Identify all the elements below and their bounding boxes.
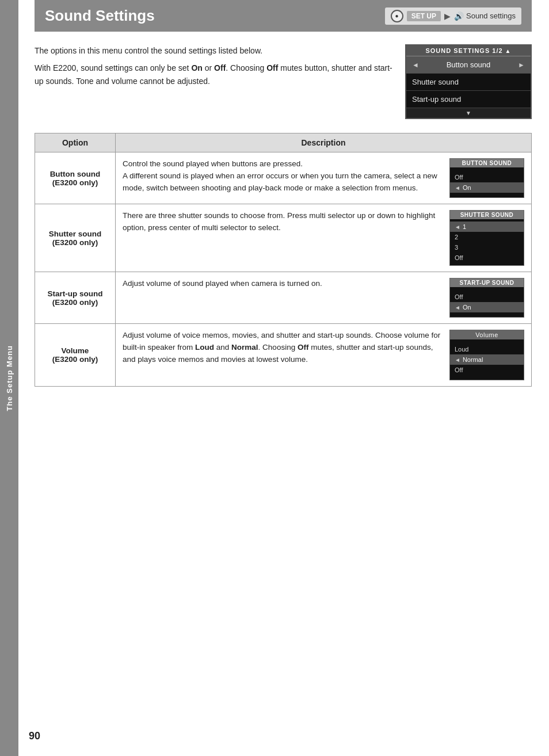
desc-p1: Adjust volume of sound played when camer… <box>123 278 441 290</box>
bold-loud: Loud <box>195 343 214 352</box>
desc-shutter-sound: There are three shutter sounds to choose… <box>116 204 532 272</box>
mini-menu-button-sound: BUTTON SOUND Off ◄ On <box>449 158 524 198</box>
page-number: 90 <box>29 730 40 742</box>
desc-p1: Adjust volume of voice memos, movies, an… <box>123 330 441 366</box>
sidebar-tab: The Setup Menu <box>0 0 18 756</box>
camera-menu-title-text: SOUND SETTINGS 1/2 <box>425 47 502 54</box>
mini-menu-arrow: ◄ <box>455 304 460 311</box>
item-label: Off <box>455 254 463 261</box>
menu-up-arrow: ▲ <box>505 48 512 54</box>
intro-section: The options in this menu control the sou… <box>35 44 532 119</box>
camera-menu-item-shutter-sound[interactable]: Shutter sound <box>406 74 531 91</box>
option-label: Shutter sound(E3200 only) <box>49 230 102 247</box>
table-row: Start-up sound(E3200 only) Adjust volume… <box>35 272 532 324</box>
mini-menu-volume-title: Volume <box>450 330 524 339</box>
item-label: Off <box>455 366 463 373</box>
intro-paragraph1: The options in this menu control the sou… <box>35 44 394 57</box>
intro-p2-choosing: . Choosing <box>226 63 266 72</box>
option-volume: Volume(E3200 only) <box>35 324 116 387</box>
menu-item-label: Start-up sound <box>412 95 461 104</box>
options-table: Option Description Button sound(E3200 on… <box>35 133 532 387</box>
option-label: Button sound(E3200 only) <box>50 170 101 187</box>
page-header: Sound Settings ● SET UP ▶ 🔊 Sound settin… <box>35 0 532 32</box>
desc-button-sound: Control the sound played when buttons ar… <box>116 152 532 204</box>
item-label: Off <box>455 293 463 300</box>
desc-text: Adjust volume of voice memos, movies, an… <box>123 330 441 380</box>
intro-p2-start: With E2200, sound settings can only be s… <box>35 63 191 72</box>
camera-menu: SOUND SETTINGS 1/2 ▲ ◄ Button sound ► Sh… <box>405 44 532 119</box>
mini-menu-item: Loud <box>450 344 524 354</box>
camera-menu-title: SOUND SETTINGS 1/2 ▲ <box>406 45 531 56</box>
desc-text: Control the sound played when buttons ar… <box>123 158 441 198</box>
sidebar-label: The Setup Menu <box>5 345 14 411</box>
menu-item-label: Shutter sound <box>412 78 459 86</box>
desc-text: Adjust volume of sound played when camer… <box>123 278 441 318</box>
mini-menu-arrow: ◄ <box>455 357 460 363</box>
item-label: 2 <box>455 234 458 240</box>
breadcrumb-setup: SET UP <box>407 11 441 21</box>
desc-startup-sound: Adjust volume of sound played when camer… <box>116 272 532 324</box>
option-label: Volume(E3200 only) <box>52 346 98 364</box>
mini-menu-item: Off <box>450 172 524 182</box>
mini-menu-item: 3 <box>450 242 524 253</box>
item-label: 3 <box>455 244 458 251</box>
breadcrumb-sound: 🔊 Sound settings <box>454 12 516 21</box>
intro-text: The options in this menu control the sou… <box>35 44 394 119</box>
camera-icon: ● <box>391 10 403 22</box>
intro-p2-off: Off <box>214 63 226 72</box>
desc-p2: A different sound is played when an erro… <box>123 170 441 194</box>
arrow-left-icon: ◄ <box>412 61 419 69</box>
table-row: Button sound(E3200 only) Control the sou… <box>35 152 532 204</box>
item-label: Loud <box>455 346 468 353</box>
mini-menu-title: BUTTON SOUND <box>450 159 524 167</box>
option-shutter-sound: Shutter sound(E3200 only) <box>35 204 116 272</box>
desc-text: There are three shutter sounds to choose… <box>123 210 441 266</box>
mini-menu-item: Off <box>450 365 524 375</box>
mini-menu-shutter-sound: SHUTTER SOUND ◄ 1 2 3 <box>449 210 524 266</box>
arrow-right-icon: ► <box>518 61 525 69</box>
desc-p1: Control the sound played when buttons ar… <box>123 158 441 170</box>
item-label: On <box>463 184 471 191</box>
bold-normal: Normal <box>231 343 258 352</box>
intro-p2-or: or <box>203 63 214 72</box>
bold-off: Off <box>298 343 309 352</box>
mini-menu-startup-sound: START-UP SOUND Off ◄ On <box>449 278 524 318</box>
intro-paragraph2: With E2200, sound settings can only be s… <box>35 62 394 87</box>
option-button-sound: Button sound(E3200 only) <box>35 152 116 204</box>
item-label: On <box>463 304 471 311</box>
mini-menu-arrow: ◄ <box>455 185 460 191</box>
page-title: Sound Settings <box>45 7 155 25</box>
item-label: Normal <box>463 356 483 363</box>
desc-volume: Adjust volume of voice memos, movies, an… <box>116 324 532 387</box>
intro-p2-on: On <box>191 63 202 72</box>
table-row: Shutter sound(E3200 only) There are thre… <box>35 204 532 272</box>
mini-menu-volume: Volume Loud ◄ Normal Off <box>449 330 524 380</box>
mini-menu-item-selected: ◄ On <box>450 302 524 312</box>
mini-menu-title: SHUTTER SOUND <box>450 211 524 219</box>
breadcrumb-arrow: ▶ <box>444 12 451 21</box>
option-label: Start-up sound(E3200 only) <box>48 289 103 307</box>
col-option: Option <box>35 133 116 152</box>
camera-menu-item-startup-sound[interactable]: Start-up sound <box>406 91 531 108</box>
mini-menu-arrow: ◄ <box>455 224 460 230</box>
col-description: Description <box>116 133 532 152</box>
item-label: Off <box>455 174 463 181</box>
menu-item-label: Button sound <box>447 60 491 69</box>
camera-menu-item-button-sound[interactable]: ◄ Button sound ► <box>406 56 531 74</box>
mini-menu-item: 2 <box>450 232 524 242</box>
table-row: Volume(E3200 only) Adjust volume of voic… <box>35 324 532 387</box>
breadcrumb: ● SET UP ▶ 🔊 Sound settings <box>385 7 521 25</box>
desc-p1: There are three shutter sounds to choose… <box>123 210 441 234</box>
intro-p2-off2: Off <box>266 63 278 72</box>
speaker-icon: 🔊 <box>454 12 464 21</box>
mini-menu-item: Off <box>450 253 524 263</box>
mini-menu-item-selected: ◄ Normal <box>450 354 524 365</box>
mini-menu-item-selected: ◄ 1 <box>450 222 524 232</box>
breadcrumb-sound-label: Sound settings <box>466 12 516 20</box>
mini-menu-item-selected: ◄ On <box>450 182 524 193</box>
mini-menu-title: START-UP SOUND <box>450 278 524 287</box>
menu-down-arrow: ▼ <box>406 108 531 118</box>
mini-menu-item: Off <box>450 292 524 302</box>
item-label: 1 <box>463 223 466 230</box>
option-startup-sound: Start-up sound(E3200 only) <box>35 272 116 324</box>
